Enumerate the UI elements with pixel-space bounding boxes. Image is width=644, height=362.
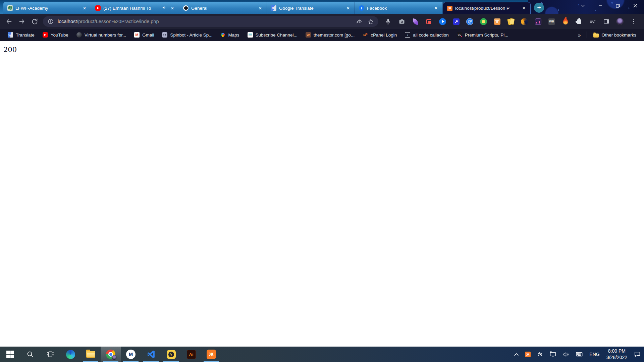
edge-app[interactable] — [60, 347, 80, 362]
themestor-icon: w — [306, 32, 311, 38]
camera-icon[interactable] — [397, 16, 407, 26]
tab-close-icon[interactable]: ✕ — [82, 5, 88, 11]
network-monitor-icon[interactable] — [546, 347, 559, 362]
tab-audio-icon[interactable] — [162, 5, 167, 11]
premiumcl-icon: CL — [457, 32, 462, 38]
lightbulb-extension-icon[interactable] — [479, 16, 489, 26]
youtube-favicon — [95, 5, 101, 11]
bookmark-item[interactable]: CLPremium Scripts, Pl... — [454, 31, 512, 39]
bookmark-item[interactable]: Spinbot - Article Sp... — [159, 31, 215, 39]
local-app[interactable]: ϟ — [161, 347, 181, 362]
tab-title: (27) Emraan Hashmi To — [103, 6, 159, 11]
translate-orange-extension-icon[interactable]: 文 — [492, 16, 502, 26]
share-icon[interactable] — [355, 17, 364, 26]
meet-camera-icon[interactable] — [534, 347, 546, 362]
reload-icon[interactable] — [29, 16, 40, 27]
system-tray: Ж ENG 8:00 PM 3/28/2022 — [511, 347, 644, 362]
chevron-up-icon[interactable] — [511, 347, 522, 362]
bookmark-item[interactable]: Maps — [217, 31, 242, 39]
bookmarks-bar: GTranslateYouTubeVirtual numbers for...M… — [0, 29, 644, 41]
browser-tab[interactable]: GGoogle Translate✕ — [267, 2, 355, 14]
language-indicator[interactable]: ENG — [586, 347, 603, 362]
bookmark-item[interactable]: cPcPanel Login — [360, 31, 400, 39]
other-bookmarks-button[interactable]: Other bookmarks — [590, 31, 639, 39]
speaker-icon[interactable] — [559, 347, 573, 362]
bookmark-item[interactable]: MGmail — [131, 31, 157, 39]
browser-tab[interactable]: LFWFLFWF-Academy✕ — [3, 2, 91, 14]
gmail-icon: M — [134, 32, 140, 38]
facebook-favicon: f — [359, 5, 364, 11]
microphone-icon[interactable] — [383, 16, 393, 26]
swirl-logo-extension-icon[interactable] — [520, 16, 530, 26]
xampp-app[interactable]: Ж — [201, 347, 221, 362]
bookmark-star-icon[interactable] — [366, 17, 375, 26]
bookmark-label: Subscribe Channel... — [256, 33, 298, 38]
restore-icon[interactable] — [609, 0, 627, 11]
analytics-bars-extension-icon[interactable] — [533, 16, 543, 26]
tab-search-chevron-icon[interactable] — [574, 0, 592, 11]
illustrator-app[interactable]: Ai — [181, 347, 201, 362]
tabs-container: LFWFLFWF-Academy✕(27) Emraan Hashmi To✕G… — [3, 2, 531, 14]
task-view-button[interactable] — [40, 347, 60, 362]
menu-dots-icon[interactable] — [629, 16, 639, 26]
tab-close-icon[interactable]: ✕ — [169, 5, 175, 11]
maps-icon — [220, 32, 226, 37]
bookmark-item[interactable]: YouTube — [40, 31, 71, 39]
media-queue-icon[interactable] — [588, 16, 598, 26]
forward-icon[interactable] — [16, 16, 28, 27]
tab-title: Google Translate — [279, 6, 342, 11]
start-button[interactable] — [0, 347, 20, 362]
close-window-icon[interactable] — [627, 0, 644, 11]
darkball-icon — [76, 32, 82, 38]
bookmark-item[interactable]: wthemestor.com [go... — [303, 31, 358, 39]
tab-close-icon[interactable]: ✕ — [257, 5, 263, 11]
bookmark-label: YouTube — [51, 33, 68, 38]
bookmark-item[interactable]: ↓all code callaction — [402, 31, 452, 39]
bookmark-item[interactable]: GTranslate — [5, 31, 38, 39]
bookmarks-overflow-chevron[interactable]: » — [575, 32, 583, 39]
search-button[interactable] — [20, 347, 40, 362]
taskbar-clock[interactable]: 8:00 PM 3/28/2022 — [603, 347, 631, 362]
minimize-icon[interactable] — [592, 0, 609, 11]
tab-close-icon[interactable]: ✕ — [521, 5, 527, 11]
url-host: localhost — [58, 19, 77, 24]
white-circle-app[interactable]: M — [121, 347, 141, 362]
browser-tab[interactable]: Жlocalhost/product/Lesson P✕ — [443, 2, 531, 14]
chrome-app[interactable] — [101, 347, 121, 362]
new-tab-button[interactable]: + — [534, 3, 544, 13]
file-explorer-app[interactable] — [80, 347, 101, 362]
chrome-profile-avatar — [112, 355, 117, 360]
page-content: 200 — [0, 41, 644, 347]
side-panel-icon[interactable] — [601, 16, 611, 26]
allcode-icon: ↓ — [405, 32, 410, 38]
xampp-tray-icon[interactable]: Ж — [522, 347, 534, 362]
page-body-text: 200 — [0, 41, 644, 54]
back-icon[interactable] — [3, 16, 15, 27]
bookmark-label: cPanel Login — [371, 33, 397, 38]
video-play-extension-icon[interactable] — [438, 16, 448, 26]
flame-logo-extension-icon[interactable] — [560, 16, 571, 26]
trend-arrow-extension-icon[interactable]: ↗ — [451, 16, 461, 26]
url-text[interactable]: localhost/product/Lesson%20Practice/inde… — [58, 19, 352, 24]
browser-tab[interactable]: General✕ — [179, 2, 267, 14]
bookmark-item[interactable]: Virtual numbers for... — [73, 31, 129, 39]
profile-avatar[interactable] — [615, 16, 625, 26]
feather-extension-icon[interactable] — [410, 16, 420, 26]
tab-close-icon[interactable]: ✕ — [345, 5, 351, 11]
session-pages-extension-icon[interactable] — [506, 16, 516, 26]
screen-capture-frame-icon[interactable] — [424, 16, 434, 26]
action-center-icon[interactable] — [631, 347, 644, 362]
site-info-icon[interactable] — [46, 17, 55, 26]
at-symbol-extension-icon[interactable]: @ — [465, 16, 475, 26]
extensions-puzzle-icon[interactable] — [574, 16, 584, 26]
touch-keyboard-icon[interactable] — [573, 347, 586, 362]
extensions-row: ↗@文WR — [381, 16, 641, 26]
tab-title: Facebook — [367, 6, 430, 11]
bookmark-item[interactable]: Subscribe Channel... — [245, 31, 301, 39]
tab-close-icon[interactable]: ✕ — [433, 5, 439, 11]
browser-tab[interactable]: (27) Emraan Hashmi To✕ — [91, 2, 179, 14]
vscode-app[interactable] — [141, 347, 161, 362]
address-bar[interactable]: localhost/product/Lesson%20Practice/inde… — [43, 16, 378, 27]
wr-logo-extension-icon[interactable]: WR — [547, 16, 557, 26]
browser-tab[interactable]: fFacebook✕ — [355, 2, 443, 14]
